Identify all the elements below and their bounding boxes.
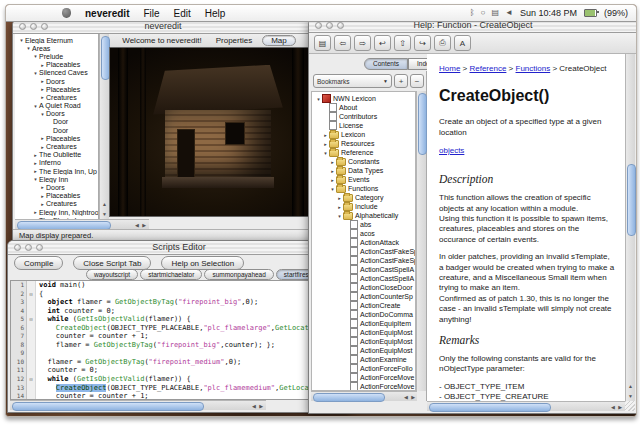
bookmarks-popup[interactable]: Bookmarks ▼ — [313, 74, 392, 88]
disclosure-closed-icon[interactable]: ▸ — [39, 78, 46, 84]
module-tree[interactable]: ▾Elegia Eternum▾Areas▾Prelude▸Placeables… — [15, 34, 99, 219]
tree-item[interactable]: ▸Events — [312, 175, 415, 184]
tree-item[interactable]: ActionExamine — [312, 355, 415, 364]
tree-item[interactable]: ▸Elegy Inn, Nightroo — [15, 208, 98, 216]
scrollbar-thumb[interactable] — [418, 93, 427, 155]
breadcrumb-functions[interactable]: Functions — [516, 64, 551, 73]
tree-item[interactable]: ▸Placeables — [15, 61, 98, 69]
next-topic-icon[interactable]: ↪ — [414, 35, 431, 51]
tree-item[interactable]: ▸Placeables — [15, 85, 98, 93]
zoom-button[interactable] — [41, 23, 48, 30]
scrollbar-arrows[interactable]: ▲▼ — [102, 199, 108, 219]
scrollbar-arrows[interactable]: ◀ ▶ — [252, 401, 264, 411]
minimize-button[interactable] — [30, 23, 37, 30]
tree-item[interactable]: acos — [312, 229, 415, 238]
scrollbar-arrows[interactable]: ◀ ▶ — [611, 402, 623, 412]
script-tab-startmichaelator[interactable]: startmichaelator — [140, 269, 202, 280]
tree-item[interactable]: ▾Functions — [312, 184, 415, 193]
tree-item[interactable]: ▸Lexicon — [312, 130, 415, 139]
tree-item[interactable]: ▸Placeables — [15, 134, 98, 142]
tree-item[interactable]: abs — [312, 220, 415, 229]
objects-link[interactable]: objects — [439, 146, 464, 156]
tree-item[interactable]: ActionForceMove — [312, 373, 415, 382]
disclosure-closed-icon[interactable]: ▸ — [322, 141, 329, 147]
disclosure-closed-icon[interactable]: ▸ — [39, 86, 46, 92]
disclosure-open-icon[interactable]: ▾ — [329, 186, 336, 192]
disclosure-closed-icon[interactable]: ▸ — [39, 193, 46, 199]
tree-item[interactable]: ▸Data Types — [312, 166, 415, 175]
menu-edit[interactable]: Edit — [174, 8, 191, 19]
menu-clock[interactable]: Sun 10:48 PM — [520, 8, 577, 18]
fold-marker-icon[interactable]: ⊟ — [27, 375, 36, 384]
tree-item[interactable]: ActionCastSpellA — [312, 274, 415, 283]
fold-marker-icon[interactable]: ⊟ — [27, 315, 36, 324]
forward-icon[interactable]: ⇨ — [354, 35, 371, 51]
tree-item[interactable]: License — [312, 121, 415, 130]
volume-icon[interactable]: ◄ — [505, 9, 513, 17]
tree-item[interactable]: ▸Include — [312, 202, 415, 211]
disclosure-open-icon[interactable]: ▾ — [32, 103, 39, 109]
script-tab-wayoutscript[interactable]: wayoutscript — [86, 269, 138, 280]
menu-file[interactable]: File — [143, 8, 159, 19]
tree-item[interactable]: ▾A Quiet Road — [15, 102, 98, 110]
close-script-tab-button[interactable]: Close Script Tab — [73, 256, 151, 270]
tree-item[interactable]: Contributors — [312, 112, 415, 121]
tree-item[interactable]: ▾Elegy Inn — [15, 175, 98, 183]
tree-item[interactable]: ▸Placeables — [15, 192, 98, 200]
disclosure-closed-icon[interactable]: ▸ — [32, 152, 39, 158]
tree-item[interactable]: Door — [15, 126, 98, 134]
disclosure-open-icon[interactable]: ▾ — [32, 176, 39, 182]
disclosure-closed-icon[interactable]: ▸ — [329, 177, 336, 183]
tree-item[interactable]: ActionForceFollo — [312, 364, 415, 373]
prev-topic-icon[interactable]: ↩ — [374, 35, 391, 51]
disclosure-closed-icon[interactable]: ▸ — [329, 159, 336, 165]
tree-item[interactable]: ▸Inferno — [15, 159, 98, 167]
tree-item[interactable]: ▸The Elegia Inn, Up — [15, 167, 98, 175]
content-vertical-scrollbar[interactable]: ▲▼ — [625, 54, 635, 401]
minimize-button[interactable] — [25, 244, 32, 251]
tree-item[interactable]: ActionCreate — [312, 301, 415, 310]
tab-map[interactable]: Map — [262, 35, 296, 46]
tree-item[interactable]: ActionEquipMost — [312, 328, 415, 337]
menu-help[interactable]: Help — [205, 8, 226, 19]
tree-item[interactable]: ActionEquipItem — [312, 319, 415, 328]
tree-item[interactable]: ▾Alphabetically — [312, 211, 415, 220]
disclosure-closed-icon[interactable]: ▸ — [322, 132, 329, 138]
tree-item[interactable]: Door — [15, 118, 98, 126]
tree-item[interactable]: ▸Doors — [15, 183, 98, 191]
displays-icon[interactable]: ▤ — [491, 9, 499, 17]
tree-item[interactable]: ▾Silenced Caves — [15, 69, 98, 77]
disclosure-closed-icon[interactable]: ▸ — [39, 135, 46, 141]
up-topic-icon[interactable]: ⇧ — [394, 35, 411, 51]
tree-item[interactable]: ActionCastFakeSp — [312, 256, 415, 265]
disclosure-closed-icon[interactable]: ▸ — [336, 204, 343, 210]
disclosure-open-icon[interactable]: ▾ — [336, 213, 343, 219]
tree-item[interactable]: ▸The Oubliette — [15, 151, 98, 159]
tree-item[interactable]: ActionEquipMost — [312, 337, 415, 346]
content-horizontal-scrollbar[interactable]: ◀ ▶ — [427, 401, 625, 411]
help-tree-horizontal-scrollbar[interactable]: ◀ ▶ — [311, 391, 417, 401]
tree-item[interactable]: ▸Constants — [312, 157, 415, 166]
scrollbar-arrows[interactable]: ◀ ▶ — [404, 392, 416, 402]
battery-icon[interactable] — [584, 9, 597, 17]
print-icon[interactable]: ⎙ — [434, 35, 451, 51]
tree-item[interactable]: ▾Elegia Eternum — [15, 36, 98, 44]
tree-item[interactable]: ActionDoComma — [312, 310, 415, 319]
scripts-editor-titlebar[interactable]: Scripts Editor — [8, 241, 350, 255]
disclosure-closed-icon[interactable]: ▸ — [39, 184, 46, 190]
tab-welcome-to-neveredit[interactable]: Welcome to neveredit! — [118, 36, 205, 45]
map-viewport[interactable] — [109, 47, 311, 217]
close-button[interactable] — [14, 244, 21, 251]
breadcrumb-home[interactable]: Home — [439, 64, 460, 73]
neveredit-titlebar[interactable]: neveredit — [13, 20, 313, 34]
tree-item[interactable]: ▸Doors — [15, 77, 98, 85]
add-bookmark-button[interactable]: + — [394, 74, 408, 88]
tree-item[interactable]: ▾Prelude — [15, 52, 98, 60]
airport-icon[interactable]: ○ — [481, 9, 486, 17]
disclosure-closed-icon[interactable]: ▸ — [329, 168, 336, 174]
help-content[interactable]: Home > Reference > Functions > CreateObj… — [427, 54, 625, 401]
tree-item[interactable]: ▸Creatures — [15, 93, 98, 101]
compile-button[interactable]: Compile — [14, 256, 63, 270]
disclosure-open-icon[interactable]: ▾ — [322, 150, 329, 156]
disclosure-closed-icon[interactable]: ▸ — [32, 209, 39, 215]
